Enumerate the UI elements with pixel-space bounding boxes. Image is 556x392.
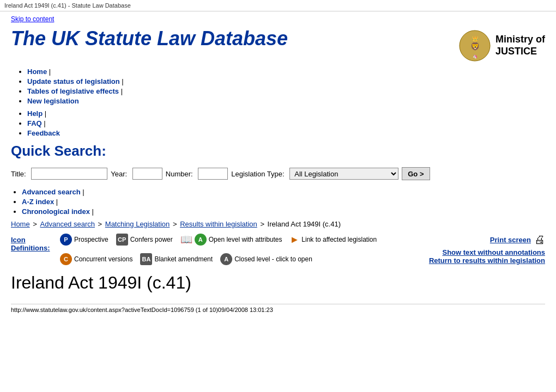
nav-link-feedback[interactable]: Feedback xyxy=(27,129,60,137)
search-links: Advanced search |A-Z index |Chronologica… xyxy=(11,188,545,216)
breadcrumb-item[interactable]: Home xyxy=(11,220,30,228)
nav-link-tables-of-legislative-effects[interactable]: Tables of legislative effects xyxy=(27,87,119,95)
icon-a-closed-symbol: A xyxy=(220,253,232,265)
search-link-a-z-index[interactable]: A-Z index xyxy=(22,198,54,206)
breadcrumb-item[interactable]: Advanced search xyxy=(40,220,95,228)
number-input[interactable] xyxy=(198,168,228,180)
primary-nav: Home |Update status of legislation |Tabl… xyxy=(16,68,545,105)
printer-icon: 🖨 xyxy=(534,234,545,246)
icon-cp-symbol: CP xyxy=(116,234,128,246)
print-screen-link[interactable]: Print screen xyxy=(490,236,531,244)
icon-def-label-text: Closed level - click to open xyxy=(234,255,312,263)
breadcrumb-separator: > xyxy=(96,220,104,228)
breadcrumb-current: Ireland Act 1949I (c.41) xyxy=(268,220,341,228)
icon-def-item-blanket-amendment: BABlanket amendment xyxy=(140,253,213,265)
title-label: Title: xyxy=(11,170,28,178)
ministry-logo: 👑 🦁 🦄 Ministry of JUSTICE xyxy=(458,29,545,62)
legislation-type-select[interactable]: All LegislationUK Public General ActsUK … xyxy=(289,168,398,180)
icon-def-label-text: Confers power xyxy=(130,236,173,243)
open-book-icon: 📖 xyxy=(180,234,192,246)
svg-text:🦄: 🦄 xyxy=(472,54,477,59)
svg-text:🦁: 🦁 xyxy=(470,42,480,51)
arrow-icon: ► xyxy=(290,234,300,246)
icon-def-item-concurrent-versions: CConcurrent versions xyxy=(60,253,132,265)
search-link-chronological-index[interactable]: Chronological index xyxy=(22,207,90,216)
search-link-advanced-search[interactable]: Advanced search xyxy=(22,188,81,196)
browser-title: Ireland Act 1949I (c.41) - Statute Law D… xyxy=(0,0,556,11)
go-button[interactable]: Go > xyxy=(402,167,430,180)
icon-definitions-row: IconDefinitions: PProspectiveCPConfers p… xyxy=(11,234,545,265)
icon-c-symbol: C xyxy=(60,253,72,265)
return-to-results-link[interactable]: Return to results within legislation xyxy=(429,256,545,265)
breadcrumb: Home > Advanced search > Matching Legisl… xyxy=(11,220,545,228)
icon-p-symbol: P xyxy=(60,234,72,246)
search-form: Title: Year: Number: Legislation Type: A… xyxy=(11,167,545,180)
print-row: Print screen 🖨 xyxy=(490,234,545,246)
skip-to-content-link[interactable]: Skip to content xyxy=(11,15,54,23)
year-input[interactable] xyxy=(132,168,162,180)
secondary-nav: Help |FAQ |Feedback xyxy=(16,109,545,137)
title-input[interactable] xyxy=(31,168,107,180)
year-label: Year: xyxy=(111,170,129,178)
breadcrumb-separator: > xyxy=(171,220,179,228)
icon-a-open-symbol: A xyxy=(195,234,207,246)
skip-link-container: Skip to content xyxy=(11,15,545,23)
nav-link-update-status-of-legislation[interactable]: Update status of legislation xyxy=(27,77,120,85)
status-bar: http://www.statutelaw.gov.uk/content.asp… xyxy=(11,304,545,313)
icon-definitions-label[interactable]: IconDefinitions: xyxy=(11,236,55,252)
svg-text:👑: 👑 xyxy=(472,35,478,42)
breadcrumb-separator: > xyxy=(258,220,267,228)
nav-link-faq[interactable]: FAQ xyxy=(27,119,42,127)
show-text-link[interactable]: Show text without annotations xyxy=(443,248,546,256)
header: The UK Statute Law Database 👑 🦁 🦄 Minist… xyxy=(11,27,545,62)
ministry-name: Ministry of JUSTICE xyxy=(495,34,545,57)
nav-link-new-legislation[interactable]: New legislation xyxy=(27,97,79,105)
icon-def-item-prospective: PProspective xyxy=(60,234,108,246)
breadcrumb-item[interactable]: Results within legislation xyxy=(180,220,257,228)
navigation: Home |Update status of legislation |Tabl… xyxy=(16,68,545,137)
icon-def-label-text: Concurrent versions xyxy=(74,255,132,263)
page-heading: Ireland Act 1949I (c.41) xyxy=(11,273,545,293)
icon-def-item-confers-power: CPConfers power xyxy=(116,234,173,246)
icon-def-label-text: Blanket amendment xyxy=(154,255,213,263)
icon-def-item-link-to-affected-legislation: ►Link to affected legislation xyxy=(290,234,377,246)
icon-def-label-text: Link to affected legislation xyxy=(301,236,377,243)
icon-ba-symbol: BA xyxy=(140,253,152,265)
icon-def-label-text: Open level with attributes xyxy=(209,236,282,243)
breadcrumb-separator: > xyxy=(31,220,39,228)
icon-def-item-open-level-with-attributes: 📖AOpen level with attributes xyxy=(180,234,282,246)
breadcrumb-item[interactable]: Matching Legislation xyxy=(105,220,170,228)
icon-def-label-text: Prospective xyxy=(74,236,108,243)
quick-search-heading: Quick Search: xyxy=(11,143,545,160)
nav-link-home[interactable]: Home xyxy=(27,68,47,76)
nav-link-help[interactable]: Help xyxy=(27,109,43,118)
icon-definitions-area: IconDefinitions: PProspectiveCPConfers p… xyxy=(11,234,429,265)
leg-type-label: Legislation Type: xyxy=(231,170,286,178)
crest-icon: 👑 🦁 🦄 xyxy=(458,29,491,62)
icon-def-item-closed-level---click-to-open: AClosed level - click to open xyxy=(220,253,312,265)
site-logo: The UK Statute Law Database xyxy=(11,27,288,50)
right-actions: Print screen 🖨 Show text without annotat… xyxy=(429,234,545,265)
number-label: Number: xyxy=(166,170,195,178)
icon-items: PProspectiveCPConfers power📖AOpen level … xyxy=(60,234,429,265)
